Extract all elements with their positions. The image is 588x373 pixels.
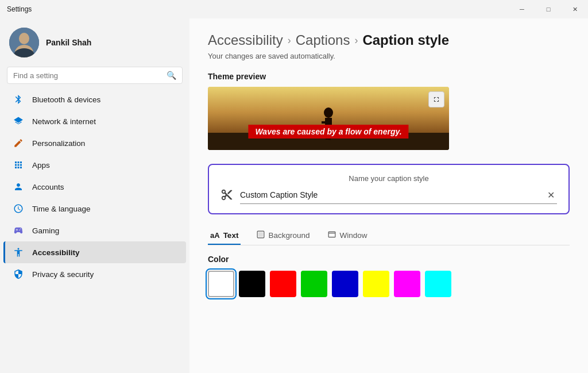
breadcrumb: Accessibility › Captions › Caption style	[208, 32, 570, 48]
network-icon	[13, 116, 24, 127]
sidebar-item-time[interactable]: Time & language	[3, 198, 186, 220]
color-swatches	[208, 271, 570, 297]
sidebar-item-network[interactable]: Network & internet	[3, 110, 186, 132]
search-input[interactable]	[13, 71, 162, 80]
sidebar-profile: Pankil Shah	[0, 18, 189, 64]
sidebar-item-accounts[interactable]: Accounts	[3, 176, 186, 198]
close-button[interactable]: ✕	[562, 0, 588, 18]
sidebar-label-apps: Apps	[32, 161, 50, 170]
breadcrumb-accessibility[interactable]: Accessibility	[208, 32, 283, 48]
privacy-icon	[13, 268, 24, 280]
svg-rect-13	[329, 232, 336, 237]
color-swatch-blue[interactable]	[332, 271, 358, 297]
tab-window-label: Window	[339, 231, 367, 240]
sidebar-label-accessibility: Accessibility	[32, 248, 80, 257]
app-title: Settings	[7, 5, 32, 13]
sidebar-item-apps[interactable]: Apps	[3, 154, 186, 176]
svg-rect-8	[322, 121, 330, 124]
window-controls: ─ □ ✕	[509, 0, 588, 18]
breadcrumb-captions[interactable]: Captions	[296, 32, 350, 48]
sidebar-label-personalization: Personalization	[32, 139, 85, 148]
tabs-row: aA Text Background Window	[208, 226, 570, 245]
accessibility-icon	[13, 247, 24, 258]
search-box[interactable]: 🔍	[7, 67, 183, 84]
profile-name: Pankil Shah	[46, 38, 91, 47]
color-section-title: Color	[208, 255, 570, 264]
apps-icon	[13, 159, 24, 171]
sidebar-item-bluetooth[interactable]: Bluetooth & devices	[3, 89, 186, 110]
color-swatch-cyan[interactable]	[425, 271, 451, 297]
nav-list: Bluetooth & devices Network & internet P…	[0, 89, 189, 285]
color-swatch-red[interactable]	[270, 271, 296, 297]
sidebar-label-accounts: Accounts	[32, 183, 64, 191]
tab-background-label: Background	[268, 231, 310, 240]
breadcrumb-sep-1: ›	[288, 34, 291, 47]
bluetooth-icon	[13, 94, 24, 105]
background-tab-icon	[257, 230, 265, 240]
theme-preview-box: Waves are caused by a flow of energy.	[208, 87, 449, 150]
window-tab-icon	[328, 230, 336, 240]
style-name-input-wrapper: ✕	[240, 189, 557, 204]
svg-point-6	[324, 107, 333, 118]
accounts-icon	[13, 181, 24, 193]
color-swatch-black[interactable]	[239, 271, 265, 297]
color-swatch-green[interactable]	[301, 271, 327, 297]
minimize-button[interactable]: ─	[509, 0, 535, 18]
tab-text-label: Text	[223, 231, 239, 240]
app-container: Pankil Shah 🔍 Bluetooth & devices Networ…	[0, 18, 588, 373]
color-swatch-yellow[interactable]	[363, 271, 389, 297]
avatar-image	[9, 28, 39, 57]
sidebar-label-privacy: Privacy & security	[32, 270, 94, 279]
sidebar-label-gaming: Gaming	[32, 226, 59, 235]
sidebar-label-network: Network & internet	[32, 117, 96, 126]
sidebar-item-accessibility[interactable]: Accessibility	[3, 241, 186, 263]
titlebar: Settings ─ □ ✕	[0, 0, 588, 18]
search-icon: 🔍	[167, 71, 176, 80]
expand-preview-button[interactable]	[428, 91, 444, 107]
sidebar-item-personalization[interactable]: Personalization	[3, 132, 186, 154]
sidebar-item-privacy[interactable]: Privacy & security	[3, 263, 186, 285]
avatar	[9, 28, 39, 57]
maximize-button[interactable]: □	[535, 0, 562, 18]
color-swatch-white[interactable]	[208, 271, 234, 297]
gaming-icon	[13, 225, 24, 236]
theme-preview-label: Theme preview	[208, 72, 570, 81]
personalization-icon	[13, 137, 24, 149]
style-name-input[interactable]	[240, 190, 544, 199]
main-content: Accessibility › Captions › Caption style…	[189, 18, 588, 373]
svg-rect-12	[258, 232, 263, 237]
svg-point-1	[19, 33, 29, 44]
sidebar-item-gaming[interactable]: Gaming	[3, 220, 186, 241]
auto-save-notice: Your changes are saved automatically.	[208, 52, 570, 60]
tab-window[interactable]: Window	[326, 226, 369, 245]
scissors-icon	[220, 189, 233, 204]
tab-text[interactable]: aA Text	[208, 226, 241, 244]
preview-background	[208, 87, 449, 150]
sidebar-label-time: Time & language	[32, 205, 91, 213]
sidebar-label-bluetooth: Bluetooth & devices	[32, 95, 100, 104]
clear-input-button[interactable]: ✕	[544, 189, 557, 201]
style-name-row: ✕	[220, 189, 557, 204]
color-swatch-magenta[interactable]	[394, 271, 420, 297]
caption-style-name-box: Name your caption style ✕	[208, 164, 570, 214]
tab-background[interactable]: Background	[254, 226, 312, 245]
breadcrumb-current: Caption style	[362, 32, 449, 48]
style-name-label: Name your caption style	[220, 174, 557, 183]
time-icon	[13, 203, 24, 214]
text-tab-icon: aA	[210, 231, 220, 240]
preview-caption-text: Waves are caused by a flow of energy.	[248, 125, 408, 139]
sidebar: Pankil Shah 🔍 Bluetooth & devices Networ…	[0, 18, 189, 373]
breadcrumb-sep-2: ›	[354, 34, 358, 47]
